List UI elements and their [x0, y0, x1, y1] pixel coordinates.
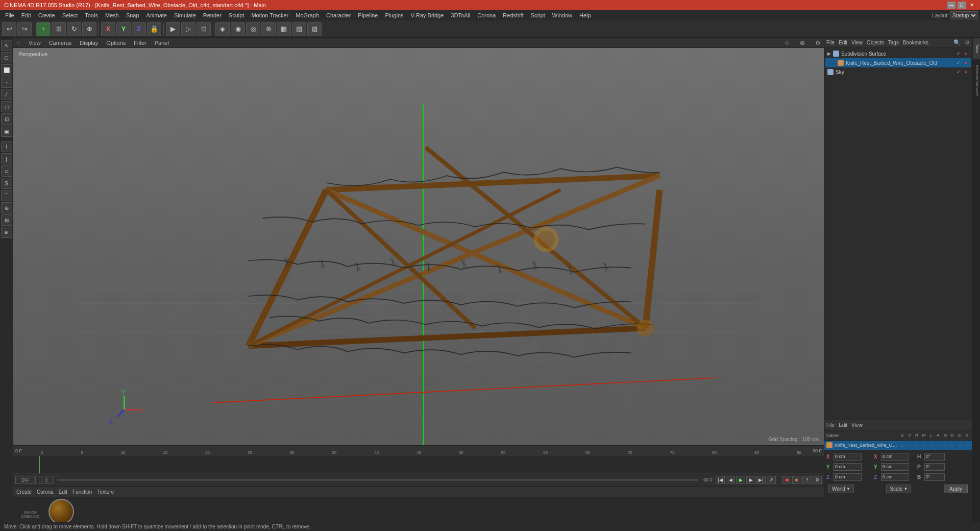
menu-simulate[interactable]: Simulate — [171, 11, 199, 19]
transform-tool[interactable]: ⊕ — [82, 22, 96, 36]
material-menu-corona[interactable]: Corona — [37, 489, 54, 495]
attr-menu-edit[interactable]: Edit — [839, 422, 847, 428]
progress-bar[interactable] — [57, 479, 698, 481]
rect-select[interactable]: ▣ — [1, 126, 12, 137]
display-mat[interactable]: ▨ — [307, 22, 322, 36]
redo-button[interactable]: ↪ — [17, 22, 32, 36]
edge-tool[interactable]: ∕ — [1, 89, 12, 100]
menu-snap[interactable]: Snap — [123, 11, 142, 19]
coord-h-rot[interactable] — [924, 453, 945, 461]
z-axis-btn[interactable]: Z — [132, 22, 146, 36]
viewport-menu-filter[interactable]: Filter — [134, 40, 146, 46]
texture-tool[interactable]: ⬜ — [1, 64, 12, 76]
menu-3dtoall[interactable]: 3DToAll — [448, 11, 473, 19]
timeline-bar[interactable] — [13, 456, 824, 474]
menu-mesh[interactable]: Mesh — [102, 11, 122, 19]
obj-row-kniferest[interactable]: ⬡ Knife_Rest_Barbed_Wire_Obstacle_Old ✓ … — [825, 58, 971, 67]
timeline-settings-button[interactable]: ⚙ — [813, 476, 822, 484]
coord-p-rot[interactable] — [924, 463, 945, 471]
scale-dropdown[interactable]: Scale ▼ — [886, 485, 911, 493]
prev-frame-button[interactable]: ◀ — [726, 476, 735, 484]
grid-tool[interactable]: ⊞ — [1, 214, 12, 226]
menu-vray[interactable]: V-Ray Bridge — [408, 11, 447, 19]
menu-corona[interactable]: Corona — [474, 11, 499, 19]
viewport-nav-icon[interactable]: ⊹ — [16, 40, 20, 45]
obj-row-subdivision[interactable]: ▶ ○ Subdivision Surface ✓ ● — [825, 49, 971, 58]
objmgr-menu-tags[interactable]: Tags — [888, 40, 899, 45]
brush-tool[interactable]: ⌒ — [1, 190, 12, 201]
menu-pipeline[interactable]: Pipeline — [355, 11, 381, 19]
close-button[interactable]: ✕ — [968, 2, 976, 9]
menu-edit[interactable]: Edit — [18, 11, 34, 19]
minimize-button[interactable]: — — [947, 2, 955, 9]
viewport-menu-cameras[interactable]: Cameras — [49, 40, 72, 46]
x-axis-btn[interactable]: X — [101, 22, 115, 36]
rotate-tool[interactable]: ↻ — [67, 22, 81, 36]
mini-frame[interactable]: 1 — [39, 476, 54, 484]
coord-x-size[interactable] — [881, 453, 909, 461]
menu-sculpt[interactable]: Sculpt — [226, 11, 248, 19]
play-button[interactable]: ▶ — [736, 476, 745, 484]
viewport-menu-options[interactable]: Options — [106, 40, 126, 46]
menu-script[interactable]: Script — [528, 11, 548, 19]
render-view[interactable]: ▷ — [181, 22, 195, 36]
attr-menu-view[interactable]: View — [851, 422, 863, 428]
coord-b-rot[interactable] — [924, 473, 945, 481]
apply-button[interactable]: Apply — [944, 485, 968, 493]
menu-character[interactable]: Character — [323, 11, 354, 19]
attr-selected-row[interactable]: ⬡ Knife_Rest_Barbed_Wire_Obstacle_Old ○ … — [824, 441, 972, 450]
model-tool[interactable]: ⬡ — [1, 52, 12, 63]
viewport-menu-panel[interactable]: Panel — [155, 40, 169, 46]
record-button[interactable]: ⏺ — [782, 476, 791, 484]
display-mode[interactable]: ◈ — [215, 22, 230, 36]
obj-row-sky[interactable]: ○ Sky ✓ ● — [825, 67, 971, 77]
coord-x-pos[interactable] — [834, 453, 862, 461]
objmgr-menu-objects[interactable]: Objects — [867, 40, 884, 45]
menu-select[interactable]: Select — [59, 11, 81, 19]
objmgr-search-icon[interactable]: 🔍 — [953, 39, 961, 46]
menu-tools[interactable]: Tools — [82, 11, 101, 19]
menu-motiontracker[interactable]: Motion Tracker — [248, 11, 291, 19]
viewport-settings[interactable]: ⚙ — [815, 39, 821, 46]
display-smooth[interactable]: ⊛ — [261, 22, 276, 36]
display-box[interactable]: ▦ — [277, 22, 291, 36]
material-menu-function[interactable]: Function — [72, 489, 92, 495]
menu-help[interactable]: Help — [576, 11, 594, 19]
viewport-menu-display[interactable]: Display — [80, 40, 98, 46]
viewport-lock[interactable]: ⊕ — [800, 39, 805, 46]
undo-button[interactable]: ↩ — [2, 22, 16, 36]
objmgr-menu-view[interactable]: View — [851, 40, 863, 45]
maximize-button[interactable]: □ — [958, 2, 966, 9]
next-frame-button[interactable]: ▶ — [746, 476, 755, 484]
move-tool[interactable]: + — [36, 22, 51, 36]
coord-y-size[interactable] — [881, 463, 909, 471]
layout-select[interactable]: Startup — [950, 11, 978, 19]
attr-menu-file[interactable]: File — [826, 422, 835, 428]
timeline-ruler[interactable]: 0 F 0 5 10 15 20 25 30 35 — [13, 446, 824, 456]
key-all-button[interactable]: ? — [802, 476, 812, 484]
live-select[interactable]: ⊡ — [1, 113, 12, 125]
menu-animate[interactable]: Animate — [143, 11, 170, 19]
menu-window[interactable]: Window — [549, 11, 575, 19]
viewport-maximize[interactable]: ⊹ — [785, 39, 790, 46]
objmgr-settings-icon[interactable]: ⚙ — [965, 39, 970, 46]
material-menu-edit[interactable]: Edit — [59, 489, 67, 495]
polygon-tool[interactable]: ◻ — [1, 101, 12, 112]
coord-y-pos[interactable] — [834, 463, 862, 471]
knife-tool[interactable]: ⌇ — [1, 141, 12, 152]
display-obj[interactable]: ▧ — [292, 22, 306, 36]
render-all[interactable]: ⊡ — [197, 22, 211, 36]
display-flat[interactable]: ◎ — [246, 22, 260, 36]
paint-tool[interactable]: ⊕ — [1, 202, 12, 213]
menu-file[interactable]: File — [2, 11, 17, 19]
viewport-menu-view[interactable]: View — [29, 40, 41, 46]
sidebar-tab-tabs[interactable]: Tabs — [973, 38, 980, 59]
lock-btn[interactable]: 🔒 — [147, 22, 161, 36]
menu-create[interactable]: Create — [35, 11, 58, 19]
menu-mograph[interactable]: MoGraph — [292, 11, 322, 19]
display-wire[interactable]: ◉ — [231, 22, 245, 36]
pointer-tool[interactable]: ↖ — [1, 40, 12, 51]
go-start-button[interactable]: |◀ — [716, 476, 725, 484]
magnet-tool[interactable]: ⊂ — [1, 165, 12, 177]
material-menu-texture[interactable]: Texture — [97, 489, 114, 495]
